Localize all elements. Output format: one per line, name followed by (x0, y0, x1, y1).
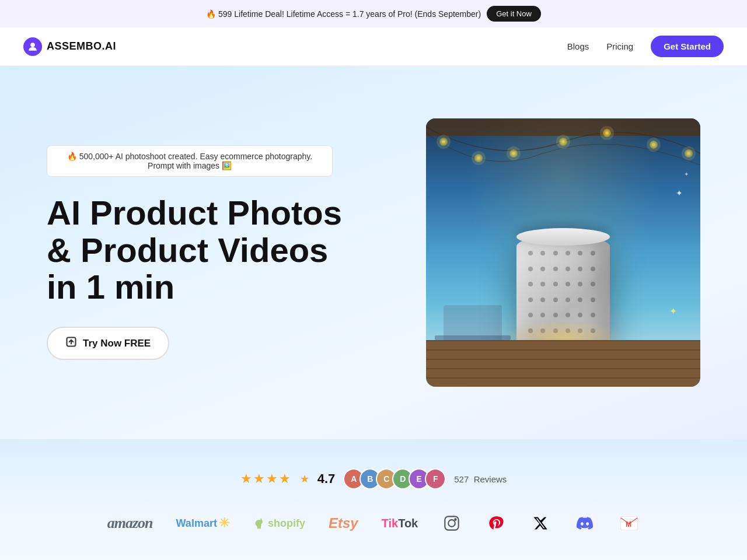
string-lights (426, 118, 700, 223)
avatar-6: F (425, 468, 446, 489)
hero-cta-label: Try Now FREE (83, 338, 151, 349)
brand-tiktok: TikTok (382, 517, 418, 530)
reviews-label: Reviews (474, 474, 507, 484)
svg-point-0 (30, 43, 35, 47)
banner-cta[interactable]: Get it Now (487, 6, 541, 22)
hero-section: 🔥 500,000+ AI photoshoot created. Easy e… (0, 66, 747, 439)
brand-twitter-x (530, 513, 551, 534)
svg-point-4 (437, 135, 451, 149)
svg-point-19 (455, 519, 456, 520)
brand-instagram (441, 513, 462, 534)
hero-right: ✦ ✦ ✦ (374, 118, 700, 387)
navbar: ASSEMBO.AI Blogs Pricing Get Started (0, 27, 747, 66)
reviews-row: ★★★★ ★ 4.7 A B C D E F 527 Reviews (47, 468, 700, 489)
nav-link-blogs[interactable]: Blogs (567, 41, 589, 51)
brands-row: amazon Walmart ✳ shopify Etsy TikTok (47, 513, 700, 534)
hero-product-image: ✦ ✦ ✦ (426, 118, 700, 387)
hero-badge: 🔥 500,000+ AI photoshoot created. Easy e… (47, 145, 333, 177)
hero-title-line2: & Product Videos (47, 231, 328, 269)
svg-point-8 (507, 146, 521, 160)
nav-logo[interactable]: ASSEMBO.AI (23, 37, 116, 56)
logo-text: ASSEMBO.AI (47, 40, 116, 52)
hero-title-line3: in 1 min (47, 268, 174, 306)
svg-point-18 (448, 520, 455, 527)
brand-discord (574, 513, 595, 534)
hero-title-line1: AI Product Photos (47, 194, 342, 232)
svg-text:M: M (626, 520, 631, 528)
svg-point-14 (647, 138, 661, 152)
banner-text: 🔥 599 Lifetime Deal! Lifetime Access = 1… (206, 9, 481, 19)
nav-links: Blogs Pricing Get Started (567, 36, 724, 57)
top-banner: 🔥 599 Lifetime Deal! Lifetime Access = 1… (0, 0, 747, 27)
brand-shopify: shopify (253, 517, 305, 530)
svg-point-6 (472, 151, 486, 165)
brand-gmail: M (619, 513, 640, 534)
brand-etsy: Etsy (329, 515, 358, 531)
svg-point-10 (556, 135, 570, 149)
svg-rect-2 (426, 118, 700, 136)
svg-point-16 (682, 146, 696, 160)
reviewer-avatars: A B C D E F (343, 468, 446, 489)
hero-cta-button[interactable]: Try Now FREE (47, 327, 169, 360)
brand-amazon: amazon (107, 514, 153, 532)
hero-left: 🔥 500,000+ AI photoshoot created. Easy e… (47, 145, 374, 360)
svg-rect-17 (445, 516, 459, 530)
nav-link-pricing[interactable]: Pricing (606, 41, 633, 51)
brand-pinterest (486, 513, 507, 534)
star-rating: ★★★★ (240, 471, 292, 487)
half-star: ★ (300, 473, 309, 485)
svg-point-12 (600, 126, 614, 140)
rating-number: 4.7 (317, 471, 336, 487)
social-proof-section: ★★★★ ★ 4.7 A B C D E F 527 Reviews amazo… (0, 439, 747, 560)
brand-walmart: Walmart ✳ (176, 516, 229, 531)
upload-icon (65, 336, 77, 351)
hero-title: AI Product Photos & Product Videos in 1 … (47, 194, 374, 306)
reviews-count: 527 (454, 474, 469, 484)
reviews-count-text: 527 Reviews (454, 474, 507, 484)
logo-icon (23, 37, 42, 56)
nav-get-started-button[interactable]: Get Started (651, 36, 724, 57)
